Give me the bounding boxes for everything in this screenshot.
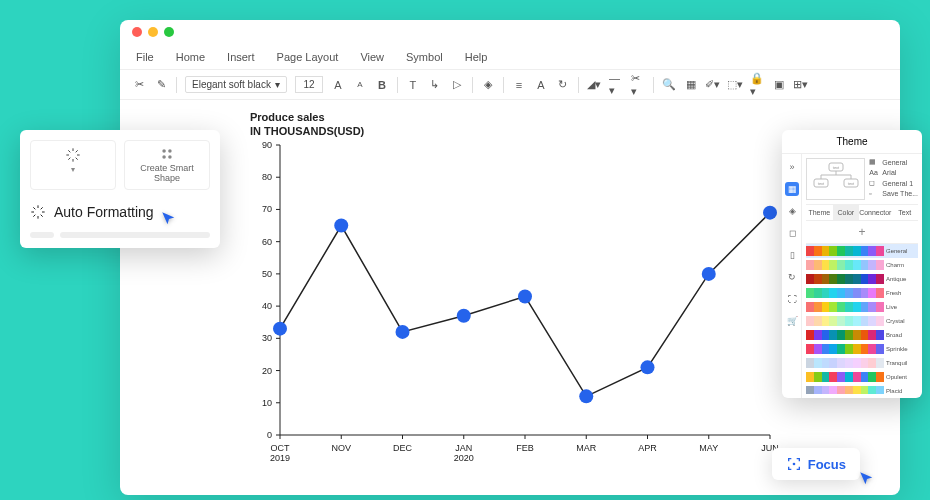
theme-tab-connector[interactable]: Connector <box>859 205 891 220</box>
theme-tab-color[interactable]: Color <box>833 205 860 220</box>
theme-option[interactable]: AaArial <box>869 169 918 176</box>
menu-home[interactable]: Home <box>176 51 205 63</box>
palette-row[interactable]: Antique <box>806 272 918 286</box>
svg-point-52 <box>168 149 172 153</box>
svg-point-54 <box>168 155 172 159</box>
svg-point-45 <box>457 309 471 323</box>
cursor-icon <box>160 210 178 228</box>
line-icon[interactable]: —▾ <box>609 78 623 92</box>
toolbar: ✂ ✎ Elegant soft black▾ 12 A A B T ↳ ▷ ◈… <box>120 70 900 100</box>
bold-icon[interactable]: B <box>375 78 389 92</box>
collapse-icon[interactable]: » <box>785 160 799 174</box>
rotate-icon[interactable]: ↻ <box>556 78 570 92</box>
more-icon[interactable]: ⊞▾ <box>794 78 808 92</box>
svg-text:70: 70 <box>262 204 272 214</box>
font-color-icon[interactable]: A <box>534 78 548 92</box>
menu-symbol[interactable]: Symbol <box>406 51 443 63</box>
eraser-icon[interactable]: ⬚▾ <box>728 78 742 92</box>
font-selector[interactable]: Elegant soft black▾ <box>185 76 287 93</box>
svg-text:JAN: JAN <box>455 443 472 453</box>
slider[interactable] <box>30 232 210 238</box>
svg-text:80: 80 <box>262 172 272 182</box>
palette-row[interactable]: Placid <box>806 384 918 394</box>
theme-tab-text[interactable]: Text <box>891 205 918 220</box>
theme-tab-theme[interactable]: Theme <box>806 205 833 220</box>
svg-text:10: 10 <box>262 398 272 408</box>
fill-icon[interactable]: ◢▾ <box>587 78 601 92</box>
svg-point-51 <box>162 149 166 153</box>
titlebar <box>120 20 900 44</box>
cut-icon[interactable]: ✂ <box>132 78 146 92</box>
palette-row[interactable]: General <box>806 244 918 258</box>
menu-insert[interactable]: Insert <box>227 51 255 63</box>
palette-row[interactable]: Tranquil <box>806 356 918 370</box>
sparkle-button[interactable]: ▾ <box>30 140 116 190</box>
svg-point-65 <box>792 463 795 466</box>
auto-format-popup: ▾ Create Smart Shape Auto Formatting <box>20 130 220 248</box>
close-dot[interactable] <box>132 27 142 37</box>
search-icon[interactable]: 🔍 <box>662 78 676 92</box>
pointer-icon[interactable]: ▷ <box>450 78 464 92</box>
svg-point-48 <box>641 360 655 374</box>
svg-text:DEC: DEC <box>393 443 413 453</box>
palette-row[interactable]: Live <box>806 300 918 314</box>
shapes-icon[interactable]: ◻ <box>785 226 799 240</box>
connector-icon[interactable]: ↳ <box>428 78 442 92</box>
maximize-dot[interactable] <box>164 27 174 37</box>
text-tool-icon[interactable]: T <box>406 78 420 92</box>
menu-file[interactable]: File <box>136 51 154 63</box>
paint-icon[interactable]: ✎ <box>154 78 168 92</box>
theme-panel: Theme » ▦ ◈ ◻ ▯ ↻ ⛶ 🛒 texttexttext ▦Gene… <box>782 130 922 398</box>
crop-icon[interactable]: ✂▾ <box>631 78 645 92</box>
lock-icon[interactable]: 🔒▾ <box>750 78 764 92</box>
svg-text:30: 30 <box>262 333 272 343</box>
size-selector[interactable]: 12 <box>295 76 323 93</box>
theme-preview[interactable]: texttexttext <box>806 158 865 200</box>
history-icon[interactable]: ↻ <box>785 270 799 284</box>
layers-icon[interactable]: ◈ <box>785 204 799 218</box>
chart: Produce sales IN THOUSANDS(USD) 01020304… <box>250 110 790 480</box>
table-icon[interactable]: ▦ <box>684 78 698 92</box>
cursor-icon <box>858 470 876 488</box>
theme-option[interactable]: ▫Save The... <box>869 190 918 197</box>
svg-point-50 <box>763 206 777 220</box>
group-icon[interactable]: ▣ <box>772 78 786 92</box>
layer-icon[interactable]: ◈ <box>481 78 495 92</box>
svg-text:APR: APR <box>638 443 657 453</box>
palette-row[interactable]: Sprinkle <box>806 342 918 356</box>
add-palette-button[interactable]: + <box>806 221 918 244</box>
palette-row[interactable]: Opulent <box>806 370 918 384</box>
menubar: FileHomeInsertPage LayoutViewSymbolHelp <box>120 44 900 70</box>
expand-icon[interactable]: ⛶ <box>785 292 799 306</box>
svg-text:60: 60 <box>262 237 272 247</box>
theme-option[interactable]: ▦General <box>869 158 918 166</box>
minimize-dot[interactable] <box>148 27 158 37</box>
svg-point-49 <box>702 267 716 281</box>
menu-help[interactable]: Help <box>465 51 488 63</box>
align-icon[interactable]: ≡ <box>512 78 526 92</box>
create-smart-shape-button[interactable]: Create Smart Shape <box>124 140 210 190</box>
svg-point-46 <box>518 289 532 303</box>
svg-text:40: 40 <box>262 301 272 311</box>
svg-point-53 <box>162 155 166 159</box>
theme-option[interactable]: ◻General 1 <box>869 179 918 187</box>
page-icon[interactable]: ▯ <box>785 248 799 262</box>
svg-point-42 <box>273 322 287 336</box>
font-increase-icon[interactable]: A <box>331 78 345 92</box>
font-decrease-icon[interactable]: A <box>353 78 367 92</box>
focus-button[interactable]: Focus <box>772 448 860 480</box>
auto-formatting-button[interactable]: Auto Formatting <box>30 200 210 224</box>
palette-row[interactable]: Broad <box>806 328 918 342</box>
palette-row[interactable]: Fresh <box>806 286 918 300</box>
cart-icon[interactable]: 🛒 <box>785 314 799 328</box>
theme-grid-icon[interactable]: ▦ <box>785 182 799 196</box>
menu-view[interactable]: View <box>360 51 384 63</box>
svg-text:20: 20 <box>262 366 272 376</box>
svg-text:50: 50 <box>262 269 272 279</box>
chart-title: Produce sales IN THOUSANDS(USD) <box>250 110 790 139</box>
svg-text:2019: 2019 <box>270 453 290 463</box>
palette-row[interactable]: Crystal <box>806 314 918 328</box>
pen-icon[interactable]: ✐▾ <box>706 78 720 92</box>
palette-row[interactable]: Charm <box>806 258 918 272</box>
menu-page-layout[interactable]: Page Layout <box>277 51 339 63</box>
